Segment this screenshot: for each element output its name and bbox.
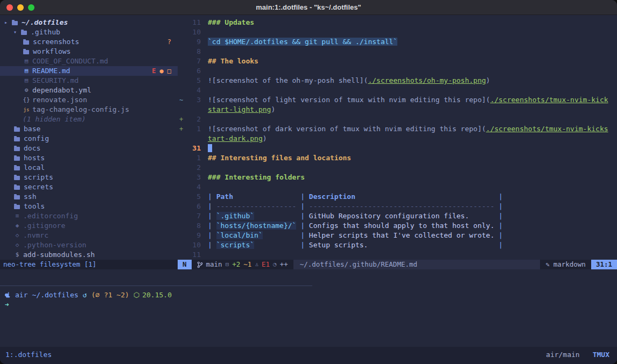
doc-icon: ▤: [23, 66, 30, 76]
text-segment: |: [208, 222, 216, 230]
editor-line[interactable]: 31: [178, 144, 617, 153]
editor-line[interactable]: 9| `local/bin` | Helper scripts that I'v…: [178, 231, 617, 240]
editor-line[interactable]: 8| `hosts/{hostname}/` | Configs that sh…: [178, 221, 617, 231]
text-segment: |: [208, 241, 216, 249]
editor-line[interactable]: 6: [178, 66, 617, 76]
editor-line[interactable]: 5| Path | Description |: [178, 192, 617, 202]
tree-item-config[interactable]: config: [0, 134, 178, 144]
js-icon: js: [23, 105, 30, 115]
text-segment: |: [368, 241, 502, 249]
tree-item-docs[interactable]: docs: [0, 144, 178, 153]
prompt-path: ~/.dotfiles: [32, 290, 78, 300]
tree-item-workflows[interactable]: workflows: [0, 47, 178, 56]
editor-line[interactable]: tart-dark.png): [178, 134, 617, 144]
text-segment: `cd $HOME/.dotfiles && git pull && ./ins…: [208, 38, 397, 46]
expander-icon[interactable]: ▾: [13, 27, 20, 37]
tree-item-base[interactable]: base: [0, 124, 178, 134]
text-segment: |: [208, 202, 216, 210]
shell-pane[interactable]: air ~/.dotfiles ↺ (∅ ?1 ~2) ⬡ 20.15.0 ➜: [0, 286, 617, 310]
close-button[interactable]: [6, 4, 13, 11]
gutter-sign: [178, 182, 185, 192]
tree-item-scripts[interactable]: scripts: [0, 173, 178, 182]
editor-line[interactable]: 7| `.github` | GitHub Repository configu…: [178, 211, 617, 221]
tree-item-label: secrets: [24, 182, 53, 192]
line-number: 1: [185, 153, 201, 163]
tree-item-screenshots[interactable]: screenshots?: [0, 37, 178, 47]
hex-icon: ◇: [13, 231, 21, 240]
fullscreen-button[interactable]: [28, 4, 34, 11]
text-segment: ## Interesting files and locations: [208, 154, 351, 162]
diagnostics-count: E1: [262, 260, 270, 269]
folder-icon: [14, 166, 20, 170]
expander-icon[interactable]: ▸: [4, 18, 11, 27]
minimize-button[interactable]: [17, 4, 24, 11]
text-segment: Description: [309, 192, 355, 201]
editor-line[interactable]: 6| ------------------- | ---------------…: [178, 202, 617, 211]
gutter-sign: [178, 105, 185, 115]
prompt-input-line[interactable]: ➜: [5, 300, 617, 310]
tree-item-1-hidden-item[interactable]: (1 hidden item): [0, 115, 178, 124]
unsaved-badge: □: [167, 66, 171, 76]
tree-item-dotfiles[interactable]: ▸~/.dotfiles: [0, 18, 178, 27]
tree-item-renovate-json[interactable]: {}renovate.json: [0, 95, 178, 105]
editor-line[interactable]: start-light.png): [178, 105, 617, 115]
line-text: [208, 27, 617, 37]
text-segment: |: [254, 212, 309, 220]
line-number: 3: [185, 95, 201, 105]
editor-line[interactable]: 4: [178, 182, 617, 192]
editor-line[interactable]: 3### Interesting folders: [178, 173, 617, 182]
tree-item-label: (1 hidden item): [23, 115, 86, 124]
tree-item-dependabot-yml[interactable]: ⚙dependabot.yml: [0, 85, 178, 95]
editor-line[interactable]: 9`cd $HOME/.dotfiles && git pull && ./in…: [178, 37, 617, 47]
tree-item-add-submodules-sh[interactable]: $add-submodules.sh: [0, 250, 178, 260]
editor-line[interactable]: 5![screenshot of the oh-my-posh shell](.…: [178, 76, 617, 85]
line-number: 10: [185, 240, 201, 250]
editor-line[interactable]: +1![screenshot of dark version of tmux w…: [178, 124, 617, 134]
tree-item-label: hosts: [24, 153, 45, 163]
line-text: | ------------------- | ----------------…: [208, 202, 617, 211]
line-number: 1: [185, 124, 201, 134]
text-segment: |: [494, 231, 503, 239]
editor-buffer[interactable]: 11### Updates 10 9`cd $HOME/.dotfiles &&…: [178, 18, 617, 260]
editor-line[interactable]: 11### Updates: [178, 18, 617, 27]
text-segment: (: [482, 125, 486, 133]
editor-line[interactable]: ~3![screenshot of light version of tmux …: [178, 95, 617, 105]
tree-item-github[interactable]: ▾.github: [0, 27, 178, 37]
tree-item-hosts[interactable]: hosts: [0, 153, 178, 163]
line-text: ![screenshot of the oh-my-posh shell](./…: [208, 76, 617, 85]
pencil-icon: ✎: [545, 260, 549, 269]
text-segment: |: [263, 231, 309, 239]
line-text: [208, 144, 617, 153]
text-segment: ./screenshots/oh-my-posh.png: [368, 76, 486, 84]
editor-line[interactable]: 2: [178, 163, 617, 173]
tree-item-python-version[interactable]: ◇.python-version: [0, 240, 178, 250]
gutter-sign: [178, 192, 185, 202]
tree-item-ssh[interactable]: ssh: [0, 192, 178, 202]
text-segment: GitHub Repository configuration files.: [309, 212, 469, 220]
statusline-left: main ⊟ +2 ~1 ♙ E1 ◔ ++: [192, 260, 293, 269]
tree-item-local[interactable]: local: [0, 163, 178, 173]
gutter-sign: [178, 56, 185, 66]
editor-line[interactable]: 1## Interesting files and locations: [178, 153, 617, 163]
tree-item-security-md[interactable]: ▤SECURITY.md: [0, 76, 178, 85]
editor-line[interactable]: 10| `scripts` | Setup scripts. |: [178, 240, 617, 250]
tree-item-nvmrc[interactable]: ◇.nvmrc: [0, 231, 178, 240]
tree-item-gitignore[interactable]: ◆.gitignore: [0, 221, 178, 231]
tree-item-tools[interactable]: tools: [0, 202, 178, 211]
tree-item-editorconfig[interactable]: ≡.editorconfig: [0, 211, 178, 221]
tree-item-secrets[interactable]: secrets: [0, 182, 178, 192]
tmux-window-name[interactable]: 1:.dotfiles: [5, 350, 52, 360]
editor-line[interactable]: 7## The looks: [178, 56, 617, 66]
editor-line[interactable]: 10: [178, 27, 617, 37]
text-segment: `.github`: [216, 212, 254, 220]
tree-item-code-of-conduct-md[interactable]: ▤CODE_OF_CONDUCT.md: [0, 56, 178, 66]
modified-badge: ●: [160, 66, 164, 76]
editor-line[interactable]: +2: [178, 115, 617, 124]
doc-icon: ▤: [23, 76, 30, 85]
tree-item-tag-changelog-config-js[interactable]: jstag-changelog-config.js: [0, 105, 178, 115]
editor-line[interactable]: 11: [178, 250, 617, 260]
tree-item-label: workflows: [33, 47, 71, 56]
tree-item-readme-md[interactable]: ▤README.mdE●□: [0, 66, 178, 76]
editor-line[interactable]: 4: [178, 85, 617, 95]
editor-line[interactable]: 8: [178, 47, 617, 56]
